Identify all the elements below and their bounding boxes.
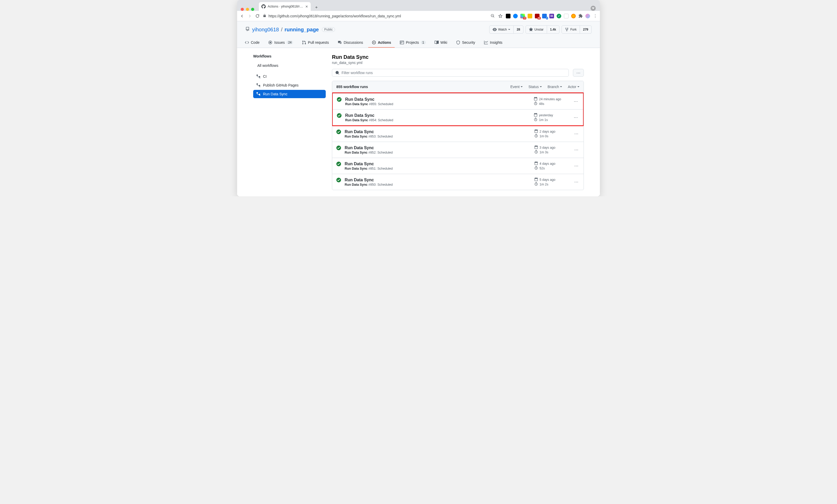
star-icon[interactable]: [498, 14, 503, 18]
sidebar-all-workflows[interactable]: All workflows: [253, 61, 326, 70]
close-tab-icon[interactable]: ✕: [305, 5, 308, 8]
run-menu-button[interactable]: ⋯: [573, 146, 580, 153]
extensions-menu-icon[interactable]: [578, 14, 583, 18]
extension-icon[interactable]: [513, 14, 518, 18]
browser-chrome-top: Actions · yihong0618/running… ✕ ＋ https:…: [237, 0, 600, 21]
watch-count[interactable]: 28: [514, 25, 523, 34]
check-circle-icon: [336, 130, 341, 135]
run-subtitle: Run Data Sync #852: Scheduled: [345, 151, 534, 154]
run-meta: yesterday 1m 1s: [534, 113, 573, 122]
run-menu-button[interactable]: ⋯: [573, 179, 580, 185]
back-button[interactable]: [240, 14, 244, 18]
workflow-icon: [256, 83, 261, 87]
calendar-icon: [534, 129, 538, 134]
new-tab-button[interactable]: ＋: [313, 4, 320, 11]
extension-icon[interactable]: [506, 14, 511, 18]
run-title[interactable]: Run Data Sync: [345, 162, 534, 166]
run-menu-button[interactable]: ⋯: [573, 162, 580, 169]
url-text: https://github.com/yihong0618/running_pa…: [268, 14, 401, 18]
shield-icon: [456, 40, 460, 44]
sidebar-heading: Workflows: [253, 54, 326, 58]
extension-icon[interactable]: 0: [542, 14, 547, 18]
book-icon: [434, 40, 439, 44]
nav-code[interactable]: Code: [241, 38, 263, 48]
nav-insights[interactable]: Insights: [480, 38, 506, 48]
stopwatch-icon: [534, 101, 537, 106]
chrome-menu-icon[interactable]: ⋮: [593, 14, 597, 18]
zoom-icon[interactable]: [491, 14, 495, 18]
fork-button[interactable]: Fork 279: [562, 25, 592, 34]
nav-actions[interactable]: Actions: [368, 38, 395, 48]
browser-tab[interactable]: Actions · yihong0618/running… ✕: [259, 2, 311, 11]
nav-security[interactable]: Security: [452, 38, 479, 48]
tab-title: Actions · yihong0618/running…: [268, 5, 303, 8]
filter-event[interactable]: Event: [510, 85, 523, 89]
check-circle-icon: [337, 113, 342, 119]
minimize-window-button[interactable]: [246, 8, 249, 11]
extension-icon[interactable]: [564, 14, 569, 18]
workflow-icon: [256, 92, 261, 96]
extension-icon[interactable]: [528, 14, 532, 18]
nav-projects[interactable]: Projects1: [396, 38, 429, 48]
stopwatch-icon: [534, 150, 538, 154]
sidebar-item-pages[interactable]: Publish GitHub Pages: [253, 81, 326, 89]
fork-icon: [565, 27, 569, 32]
watch-button[interactable]: Watch 28: [489, 25, 523, 34]
browser-account-icon[interactable]: [591, 6, 596, 11]
repo-link[interactable]: running_page: [285, 27, 319, 32]
nav-issues[interactable]: Issues24: [265, 38, 297, 48]
pr-icon: [302, 40, 306, 44]
star-count[interactable]: 1.4k: [547, 25, 559, 34]
filter-input[interactable]: Filter workflow runs: [332, 69, 569, 77]
workflow-icon: [256, 74, 261, 78]
owner-link[interactable]: yihong0618: [252, 27, 279, 33]
workflow-menu-button[interactable]: ⋯: [573, 69, 584, 77]
filter-actor[interactable]: Actor: [568, 85, 580, 89]
run-menu-button[interactable]: ⋯: [573, 114, 579, 121]
zoom-window-button[interactable]: [251, 8, 254, 11]
run-title[interactable]: Run Data Sync: [345, 97, 534, 102]
run-subtitle: Run Data Sync #851: Scheduled: [345, 167, 534, 170]
extension-icon[interactable]: [571, 14, 576, 18]
close-window-button[interactable]: [241, 8, 244, 11]
repo-icon: [245, 27, 250, 32]
run-meta: 4 days ago 52s: [534, 161, 573, 171]
nav-wiki[interactable]: Wiki: [431, 38, 451, 48]
run-row[interactable]: Run Data Sync Run Data Sync #854: Schedu…: [333, 110, 583, 125]
sidebar-item-ci[interactable]: CI: [253, 72, 326, 80]
check-circle-icon: [336, 162, 341, 167]
discussion-icon: [338, 40, 342, 44]
run-title[interactable]: Run Data Sync: [345, 130, 534, 134]
run-row[interactable]: Run Data Sync Run Data Sync #853: Schedu…: [332, 126, 584, 142]
run-row[interactable]: Run Data Sync Run Data Sync #852: Schedu…: [332, 142, 584, 158]
run-title[interactable]: Run Data Sync: [345, 178, 534, 182]
stopwatch-icon: [534, 117, 537, 122]
issues-icon: [268, 40, 272, 44]
run-row[interactable]: Run Data Sync Run Data Sync #855: Schedu…: [333, 93, 583, 110]
run-menu-button[interactable]: ⋯: [573, 98, 579, 105]
extension-icon[interactable]: ✓: [557, 14, 561, 18]
extension-icon[interactable]: IA: [549, 14, 554, 18]
unstar-button[interactable]: Unstar 1.4k: [526, 25, 559, 34]
nav-pulls[interactable]: Pull requests: [298, 38, 333, 48]
run-title[interactable]: Run Data Sync: [345, 146, 534, 150]
calendar-icon: [534, 113, 537, 117]
sidebar-item-rundatasync[interactable]: Run Data Sync: [253, 90, 326, 98]
run-row[interactable]: Run Data Sync Run Data Sync #850: Schedu…: [332, 174, 584, 190]
run-row[interactable]: Run Data Sync Run Data Sync #851: Schedu…: [332, 158, 584, 174]
run-title[interactable]: Run Data Sync: [345, 113, 534, 118]
nav-discussions[interactable]: Discussions: [334, 38, 367, 48]
extension-icon[interactable]: 30: [535, 14, 539, 18]
reload-button[interactable]: [255, 14, 260, 18]
filter-status[interactable]: Status: [528, 85, 542, 89]
calendar-icon: [534, 161, 538, 166]
run-menu-button[interactable]: ⋯: [573, 130, 580, 137]
fork-count[interactable]: 279: [580, 25, 592, 34]
forward-button[interactable]: [248, 14, 252, 18]
filter-branch[interactable]: Branch: [548, 85, 562, 89]
run-subtitle: Run Data Sync #850: Scheduled: [345, 183, 534, 186]
extension-icon[interactable]: 15: [520, 14, 525, 18]
profile-avatar[interactable]: [585, 14, 590, 18]
repo-nav: Code Issues24 Pull requests Discussions …: [237, 38, 600, 48]
address-bar[interactable]: https://github.com/yihong0618/running_pa…: [263, 14, 487, 18]
